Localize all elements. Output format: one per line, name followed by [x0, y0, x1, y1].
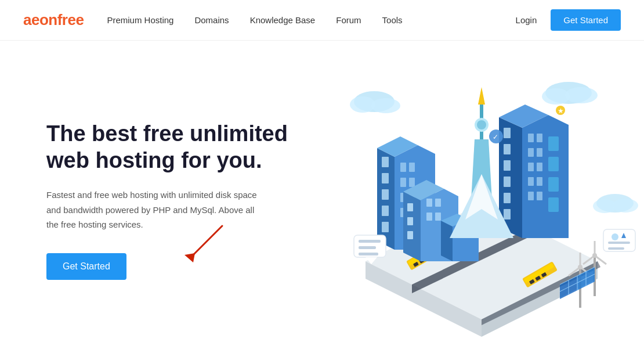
site-logo[interactable]: aeonfree	[23, 11, 84, 29]
svg-rect-75	[407, 217, 413, 225]
hero-content: The best free unlimited web hosting for …	[46, 121, 290, 280]
hero-title: The best free unlimited web hosting for …	[46, 121, 290, 174]
hero-illustration: ★ ✓	[319, 70, 644, 348]
svg-point-4	[371, 98, 400, 113]
svg-rect-70	[548, 197, 559, 212]
svg-rect-66	[537, 192, 542, 200]
svg-rect-52	[504, 144, 511, 154]
nav-item-forum[interactable]: Forum	[336, 15, 361, 25]
svg-rect-55	[504, 193, 511, 203]
svg-rect-106	[359, 246, 376, 249]
nav-item-domains[interactable]: Domains	[194, 15, 229, 25]
svg-rect-56	[504, 209, 511, 219]
svg-point-7	[565, 87, 598, 103]
svg-marker-82	[441, 221, 453, 261]
hero-description: Fastest and free web hosting with unlimi…	[46, 188, 267, 232]
svg-rect-39	[382, 206, 389, 216]
svg-point-9	[593, 199, 616, 213]
svg-marker-72	[403, 192, 421, 261]
svg-marker-1	[184, 253, 195, 262]
svg-rect-64	[537, 177, 542, 186]
login-link[interactable]: Login	[516, 15, 537, 25]
svg-rect-76	[407, 231, 413, 239]
svg-point-10	[613, 199, 638, 213]
svg-rect-107	[359, 253, 378, 255]
svg-rect-111	[608, 242, 630, 244]
svg-point-109	[612, 233, 618, 240]
svg-rect-105	[359, 240, 381, 243]
svg-marker-48	[522, 115, 569, 238]
svg-rect-62	[537, 163, 542, 171]
hero-section: The best free unlimited web hosting for …	[0, 41, 644, 360]
svg-rect-65	[528, 192, 534, 200]
svg-point-32	[477, 120, 486, 129]
svg-rect-78	[435, 199, 441, 207]
nav-item-tools[interactable]: Tools	[382, 15, 403, 25]
svg-rect-61	[528, 163, 534, 171]
svg-rect-58	[537, 134, 542, 142]
hero-get-started-button[interactable]: Get Started	[46, 253, 126, 280]
site-header: aeonfree Premium Hosting Domains Knowled…	[0, 0, 644, 41]
svg-rect-68	[548, 157, 559, 171]
svg-rect-37	[382, 173, 389, 183]
nav-item-knowledge-base[interactable]: Knowledge Base	[250, 15, 316, 25]
svg-rect-46	[409, 178, 415, 187]
svg-rect-41	[400, 163, 406, 172]
svg-rect-77	[426, 199, 432, 207]
svg-rect-36	[382, 157, 389, 167]
svg-rect-51	[504, 128, 511, 138]
header-actions: Login Get Started	[516, 9, 621, 31]
svg-rect-112	[608, 247, 624, 250]
svg-rect-38	[382, 189, 389, 200]
svg-rect-69	[548, 177, 559, 192]
svg-rect-53	[504, 160, 511, 171]
svg-rect-80	[435, 213, 441, 221]
svg-rect-79	[426, 213, 432, 221]
svg-rect-57	[528, 134, 534, 142]
svg-rect-74	[407, 203, 413, 211]
svg-rect-63	[528, 177, 534, 186]
svg-rect-54	[504, 177, 511, 187]
main-nav: Premium Hosting Domains Knowledge Base F…	[107, 15, 515, 25]
svg-rect-45	[409, 163, 415, 172]
svg-text:✓: ✓	[493, 133, 498, 141]
svg-rect-40	[382, 222, 389, 232]
svg-rect-59	[528, 148, 534, 157]
svg-marker-30	[478, 87, 485, 105]
header-get-started-button[interactable]: Get Started	[551, 9, 621, 31]
nav-item-premium-hosting[interactable]: Premium Hosting	[107, 15, 173, 25]
svg-rect-67	[548, 136, 559, 151]
svg-text:★: ★	[558, 107, 564, 115]
svg-rect-42	[400, 178, 406, 187]
svg-rect-60	[537, 148, 542, 157]
